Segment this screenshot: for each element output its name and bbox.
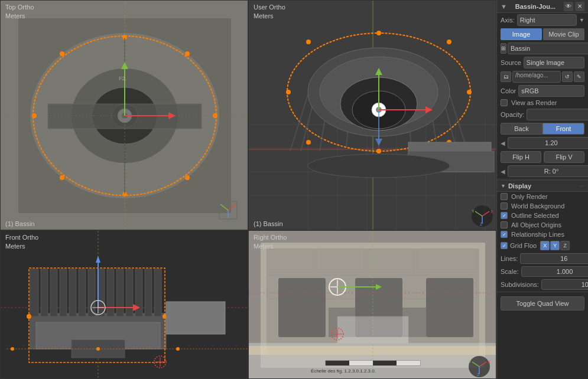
grid-x-button[interactable]: X xyxy=(540,241,550,250)
panel-eye-button[interactable]: 👁 xyxy=(564,2,573,11)
scale-row: Scale: xyxy=(497,265,588,278)
outline-selected-label: Outline Selected xyxy=(511,212,559,219)
panel-title: Bassin-Jou... xyxy=(515,3,555,10)
svg-rect-96 xyxy=(107,269,114,316)
opacity-input[interactable] xyxy=(527,109,588,120)
panel-header: ▼ Bassin-Jou... 👁 ✕ xyxy=(497,0,588,13)
lines-label: Lines: xyxy=(501,255,518,262)
xy-scale-row: ◀ ▶ ◀ ▶ xyxy=(497,136,588,150)
relationship-lines-checkbox[interactable] xyxy=(501,231,508,238)
svg-point-48 xyxy=(467,90,472,94)
user-ortho-label: User Ortho Meters xyxy=(254,3,285,21)
grid-floor-row: Grid Floo X Y Z xyxy=(497,239,588,252)
rotation-label-field[interactable] xyxy=(508,165,588,177)
grid-floor-checkbox[interactable] xyxy=(501,242,508,249)
viewport-right-ortho[interactable]: Right Ortho Meters xyxy=(248,230,496,379)
svg-text:Y: Y xyxy=(472,209,475,213)
scale-input[interactable] xyxy=(521,266,588,277)
relationship-lines-row: Relationship Lines xyxy=(497,230,588,239)
svg-point-103 xyxy=(27,314,31,319)
axis-select[interactable]: Right Front Back Left Top Bottom xyxy=(517,14,577,26)
tab-row: Image Movie Clip xyxy=(497,27,588,41)
panel-collapse-icon[interactable]: ▼ xyxy=(501,3,507,10)
view-as-render-checkbox[interactable] xyxy=(501,99,508,106)
svg-point-47 xyxy=(286,90,291,94)
only-render-row: Only Render xyxy=(497,192,588,201)
display-section-dots: ⋯ xyxy=(579,183,584,190)
x-scale-arrow-left[interactable]: ◀ xyxy=(501,140,505,146)
right-ortho-label: Right Ortho Meters xyxy=(254,233,287,251)
tab-image[interactable]: Image xyxy=(501,28,542,40)
flip-v-button[interactable]: Flip V xyxy=(544,151,584,163)
svg-point-49 xyxy=(306,40,311,44)
panel-settings-button[interactable]: ✕ xyxy=(575,2,584,11)
world-background-label: World Background xyxy=(511,202,564,210)
world-background-checkbox[interactable] xyxy=(501,202,508,210)
svg-point-16 xyxy=(185,175,190,180)
rotation-row: ◀ ▶ ◀ ▶ xyxy=(497,164,588,178)
svg-point-50 xyxy=(447,40,451,44)
svg-text:X: X xyxy=(490,210,493,214)
all-object-origins-row: All Object Origins xyxy=(497,220,588,230)
display-section-title: Display xyxy=(508,182,576,190)
svg-rect-92 xyxy=(69,269,76,316)
subdivisions-row: Subdivisions: xyxy=(497,278,588,291)
display-section-header[interactable]: ▼ Display ⋯ xyxy=(497,180,588,192)
axis-row: Axis: Right Front Back Left Top Bottom ▼ xyxy=(497,13,588,27)
filepath-reload-button[interactable]: ↺ xyxy=(562,71,573,82)
svg-marker-167 xyxy=(376,284,382,290)
opacity-label: Opacity: xyxy=(501,111,524,118)
axis-dropdown-icon: ▼ xyxy=(579,17,584,23)
lines-row: Lines: xyxy=(497,252,588,265)
outline-selected-checkbox[interactable] xyxy=(501,212,508,219)
right-panel: ▼ Bassin-Jou... 👁 ✕ Axis: Right Front Ba… xyxy=(496,0,588,379)
front-button[interactable]: Front xyxy=(542,123,584,135)
grid-y-button[interactable]: Y xyxy=(550,241,560,250)
back-front-row: Back Front xyxy=(497,122,588,136)
filepath-edit-button[interactable]: ✎ xyxy=(574,71,584,82)
divider-1 xyxy=(497,179,588,179)
subdivisions-label: Subdivisions: xyxy=(501,281,539,288)
axis-label: Axis: xyxy=(501,17,515,24)
subdivisions-input[interactable] xyxy=(541,279,588,290)
viewport-front-ortho[interactable]: Front Ortho Meters xyxy=(0,230,248,379)
svg-text:Z: Z xyxy=(480,222,483,226)
front-ortho-label: Front Ortho Meters xyxy=(5,233,38,251)
outline-selected-row: Outline Selected xyxy=(497,211,588,220)
opacity-row: Opacity: xyxy=(497,107,588,122)
only-render-label: Only Render xyxy=(511,193,548,200)
svg-text:F2.: F2. xyxy=(119,76,126,81)
image-name-input[interactable] xyxy=(508,43,588,54)
svg-point-113 xyxy=(11,347,14,351)
all-object-origins-checkbox[interactable] xyxy=(501,221,508,228)
svg-rect-98 xyxy=(126,269,133,316)
viewport-user-ortho[interactable]: User Ortho Meters xyxy=(248,0,496,230)
source-select[interactable]: Single Image Movie Sequence xyxy=(524,57,584,68)
filepath-row: 🗂 /home/ago... ↺ ✎ xyxy=(497,70,588,84)
color-row: Color sRGB Linear xyxy=(497,84,588,98)
svg-rect-97 xyxy=(116,269,124,316)
image-browse-button[interactable]: ⊞ xyxy=(501,43,506,54)
x-scale-input[interactable] xyxy=(508,137,588,149)
flip-row: Flip H Flip V xyxy=(497,150,588,164)
flip-h-button[interactable]: Flip H xyxy=(501,151,541,163)
filepath-browse-button[interactable]: 🗂 xyxy=(501,71,511,82)
color-select[interactable]: sRGB Linear xyxy=(518,85,584,97)
tab-movie-clip[interactable]: Movie Clip xyxy=(543,28,584,40)
lines-input[interactable] xyxy=(520,253,588,264)
svg-rect-90 xyxy=(50,269,57,316)
toggle-quad-view-button[interactable]: Toggle Quad View xyxy=(501,296,584,311)
svg-rect-111 xyxy=(166,302,225,334)
viewport-top-ortho[interactable]: Top Ortho Meters xyxy=(0,0,248,230)
svg-rect-101 xyxy=(154,269,161,316)
display-section-arrow: ▼ xyxy=(501,183,506,189)
svg-point-14 xyxy=(185,51,190,56)
svg-point-114 xyxy=(96,347,100,351)
all-object-origins-label: All Object Origins xyxy=(511,221,561,228)
svg-rect-99 xyxy=(135,269,142,316)
rotation-arrow-left[interactable]: ◀ xyxy=(501,168,505,175)
world-background-row: World Background xyxy=(497,201,588,211)
back-button[interactable]: Back xyxy=(501,123,542,135)
only-render-checkbox[interactable] xyxy=(501,193,508,200)
grid-z-button[interactable]: Z xyxy=(560,241,570,250)
